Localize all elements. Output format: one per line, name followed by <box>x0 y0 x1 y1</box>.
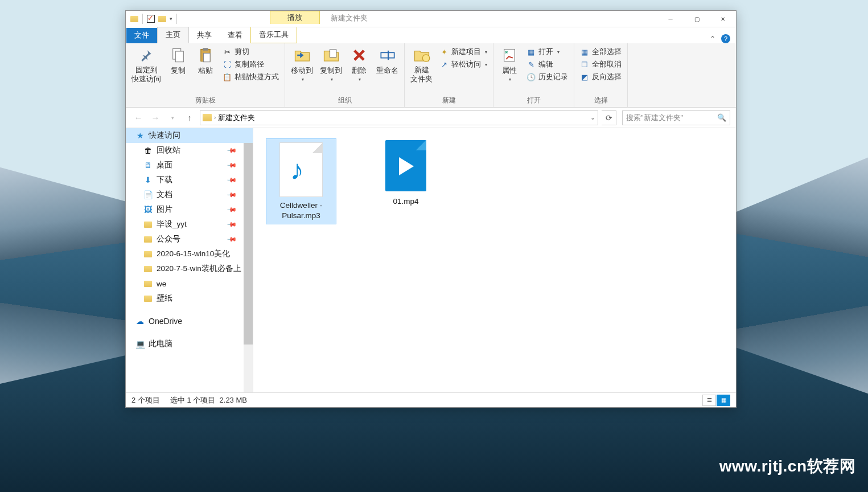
refresh-button[interactable]: ⟳ <box>602 110 616 125</box>
cloud-icon: ☁ <box>135 316 145 326</box>
file-name: 01.mp4 <box>393 196 418 207</box>
pin-icon: 📌 <box>226 174 237 185</box>
folder-icon[interactable] <box>157 14 167 24</box>
pin-quick-access-button[interactable]: 固定到 快速访问 <box>129 45 163 85</box>
status-bar: 2 个项目 选中 1 个项目 2.23 MB ☰ ▦ <box>126 392 736 407</box>
svg-point-8 <box>422 55 430 62</box>
pin-icon: 📌 <box>226 219 237 229</box>
icons-view-button[interactable]: ▦ <box>717 395 730 406</box>
copy-to-icon <box>322 46 340 64</box>
sidebar-item-folder[interactable]: 壁纸 <box>126 291 253 306</box>
selected-size: 2.23 MB <box>220 396 247 404</box>
minimize-button[interactable]: ─ <box>657 11 684 27</box>
back-button[interactable]: ← <box>131 111 145 125</box>
sidebar-this-pc[interactable]: 💻此电脑 <box>126 337 253 351</box>
invert-selection-button[interactable]: ◩反向选择 <box>578 71 624 83</box>
sidebar-item-folder[interactable]: 公众号📌 <box>126 232 253 247</box>
chevron-right-icon[interactable]: › <box>214 114 216 121</box>
folder-icon <box>143 219 153 229</box>
search-input[interactable]: 搜索"新建文件夹" 🔍 <box>622 110 730 125</box>
forward-button[interactable]: → <box>149 111 162 125</box>
copy-icon <box>169 46 187 64</box>
sidebar-item-folder[interactable]: 毕设_yyt📌 <box>126 217 253 232</box>
pin-icon: 📌 <box>226 145 237 155</box>
sidebar-item-pictures[interactable]: 🖼图片📌 <box>126 202 253 217</box>
history-button[interactable]: 🕓历史记录 <box>524 71 570 83</box>
folder-icon <box>129 14 139 24</box>
select-group-label: 选择 <box>578 95 624 107</box>
checkbox-icon[interactable] <box>146 14 156 24</box>
qat-dropdown-icon[interactable]: ▾ <box>168 16 174 22</box>
pc-icon: 💻 <box>135 339 145 349</box>
collapse-ribbon-icon[interactable]: ⌃ <box>710 35 715 43</box>
delete-button[interactable]: 删除▾ <box>347 45 372 83</box>
file-item-audio[interactable]: ♪ Celldweller - Pulsar.mp3 <box>266 138 336 224</box>
scissors-icon: ✂ <box>223 47 232 56</box>
rename-button[interactable]: 重命名 <box>374 45 401 77</box>
sidebar-quick-access[interactable]: ★ 快速访问 <box>126 128 253 143</box>
contextual-tab-header: 播放 <box>270 11 320 24</box>
sidebar-item-folder[interactable]: we <box>126 276 253 291</box>
file-item-video[interactable]: 01.mp4 <box>371 138 441 207</box>
recycle-icon: 🗑 <box>143 145 153 155</box>
new-folder-button[interactable]: 新建 文件夹 <box>408 45 435 85</box>
window-title: 新建文件夹 <box>331 13 368 23</box>
breadcrumb-segment[interactable]: 新建文件夹 <box>218 113 255 123</box>
cut-button[interactable]: ✂剪切 <box>220 46 281 58</box>
open-button[interactable]: ▦打开▾ <box>524 46 570 58</box>
select-none-button[interactable]: ☐全部取消 <box>578 59 624 70</box>
easy-access-button[interactable]: ↗轻松访问▾ <box>437 59 489 70</box>
tab-view[interactable]: 查看 <box>220 28 250 43</box>
pin-icon: 📌 <box>226 233 237 244</box>
paste-shortcut-button[interactable]: 📋粘贴快捷方式 <box>220 71 281 83</box>
edit-button[interactable]: ✎编辑 <box>524 59 570 70</box>
select-all-button[interactable]: ▦全部选择 <box>578 46 624 58</box>
up-button[interactable]: ↑ <box>183 111 196 125</box>
history-dropdown-icon[interactable]: ▾ <box>166 111 179 125</box>
breadcrumb[interactable]: › 新建文件夹 ⌄ <box>200 110 598 125</box>
audio-file-icon: ♪ <box>279 142 323 197</box>
tab-file[interactable]: 文件 <box>126 28 157 43</box>
context-tab-label: 播放 <box>270 11 320 24</box>
select-all-icon: ▦ <box>580 47 589 56</box>
shortcut-icon: 📋 <box>223 72 232 81</box>
star-icon: ★ <box>135 130 145 141</box>
copy-button[interactable]: 复制 <box>166 45 191 77</box>
tab-share[interactable]: 共享 <box>189 28 220 43</box>
address-bar-row: ← → ▾ ↑ › 新建文件夹 ⌄ ⟳ 搜索"新建文件夹" 🔍 <box>126 108 736 128</box>
folder-icon <box>143 249 153 259</box>
ribbon-tabs: 文件 主页 共享 查看 音乐工具 ⌃ ? <box>126 27 736 43</box>
properties-label: 属性 <box>502 65 517 76</box>
sidebar-item-desktop[interactable]: 🖥桌面📌 <box>126 158 253 173</box>
sidebar-item-folder[interactable]: 2020-7-5-win装机必备上 <box>126 261 253 276</box>
folder-icon <box>143 278 153 289</box>
pin-quick-label: 固定到 快速访问 <box>131 65 161 84</box>
sidebar-item-documents[interactable]: 📄文档📌 <box>126 187 253 202</box>
copy-path-button[interactable]: ⛶复制路径 <box>220 59 281 70</box>
tab-music-tools[interactable]: 音乐工具 <box>250 27 297 43</box>
video-file-icon <box>385 140 426 191</box>
sidebar-item-downloads[interactable]: ⬇下载📌 <box>126 173 253 187</box>
new-item-button[interactable]: ✦新建项目▾ <box>437 46 489 58</box>
move-to-button[interactable]: 移动到▾ <box>289 45 315 83</box>
copy-to-label: 复制到 <box>320 65 342 76</box>
navigation-pane: ★ 快速访问 🗑回收站📌 🖥桌面📌 ⬇下载📌 📄文档📌 🖼图片📌 毕设_yyt📌… <box>126 128 253 392</box>
clipboard-group-label: 剪贴板 <box>129 95 281 107</box>
details-view-button[interactable]: ☰ <box>702 395 716 406</box>
sidebar-onedrive[interactable]: ☁OneDrive <box>126 314 253 329</box>
maximize-button[interactable]: ▢ <box>684 11 710 27</box>
sidebar-item-folder[interactable]: 2020-6-15-win10美化 <box>126 247 253 261</box>
file-list[interactable]: ♪ Celldweller - Pulsar.mp3 01.mp4 <box>253 128 736 392</box>
tab-home[interactable]: 主页 <box>157 27 189 43</box>
paste-button[interactable]: 粘贴 <box>193 45 218 77</box>
move-to-label: 移动到 <box>291 65 313 76</box>
chevron-down-icon[interactable]: ⌄ <box>590 114 595 121</box>
close-button[interactable]: ✕ <box>710 11 736 27</box>
folder-icon <box>143 293 153 304</box>
copy-to-button[interactable]: 复制到▾ <box>318 45 344 83</box>
sidebar-item-recycle[interactable]: 🗑回收站📌 <box>126 143 253 158</box>
titlebar[interactable]: ▾ 播放 新建文件夹 ─ ▢ ✕ <box>126 11 736 27</box>
properties-button[interactable]: 属性▾ <box>497 45 522 83</box>
help-icon[interactable]: ? <box>721 34 730 43</box>
select-none-icon: ☐ <box>580 60 589 69</box>
